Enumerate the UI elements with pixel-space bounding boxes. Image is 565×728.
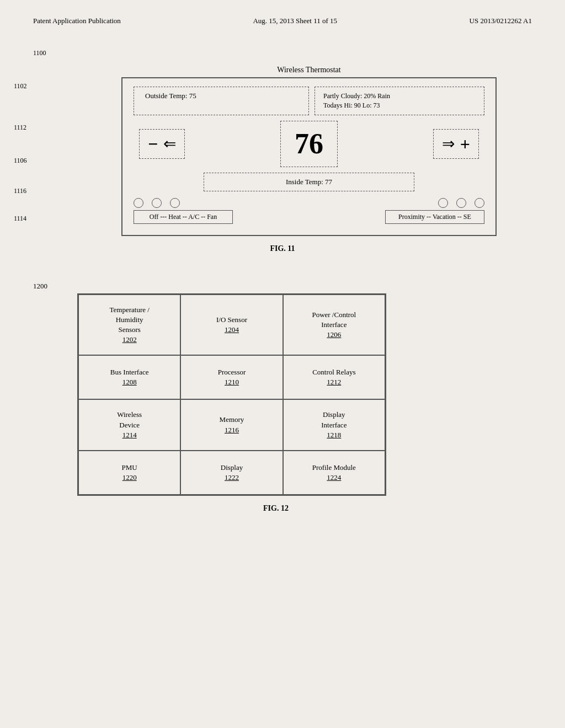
thermostat-diagram: Wireless Thermostat Outside Temp: 75 Par… — [121, 66, 497, 236]
cell-number-1214: 1214 — [122, 430, 137, 440]
minus-area: − ⇐ — [139, 129, 185, 159]
fig11-section: 1100 1102 1112 1106 1116 1114 1104 1108 … — [33, 47, 532, 253]
right-button-label: Proximity -- Vacation -- SE — [385, 210, 484, 224]
outside-temp-display: Outside Temp: 75 — [134, 87, 309, 115]
arrow-right: ⇒ — [442, 136, 455, 152]
arrow-left: ⇐ — [163, 136, 176, 152]
header-right: US 2013/0212262 A1 — [470, 17, 532, 25]
fig12-caption: FIG. 12 — [121, 504, 430, 513]
circle-heat — [152, 198, 162, 208]
ref-1112: 1112 — [14, 124, 26, 132]
left-button-label: Off --- Heat -- A/C -- Fan — [134, 210, 233, 224]
circle-off — [134, 198, 143, 208]
ref-1100: 1100 — [33, 49, 46, 57]
grid-cell-1214: WirelessDevice1214 — [78, 399, 180, 451]
circle-se — [475, 198, 484, 208]
circle-proximity — [438, 198, 448, 208]
thermostat-mid-row: − ⇐ 76 ⇒ + — [134, 121, 484, 167]
grid-cell-1218: DisplayInterface1218 — [283, 399, 385, 451]
grid-cell-1212: Control Relays1212 — [283, 355, 385, 399]
thermostat-box: Outside Temp: 75 Partly Cloudy: 20% Rain… — [121, 77, 497, 236]
grid-cell-1210: Processor1210 — [180, 355, 282, 399]
fig11-caption: FIG. 11 — [33, 244, 532, 253]
cell-number-1218: 1218 — [327, 430, 341, 440]
fig12-grid-wrapper: Temperature /HumiditySensors1202I/O Sens… — [77, 293, 532, 513]
grid-cell-1220: PMU1220 — [78, 451, 180, 495]
ref-1116: 1116 — [14, 187, 26, 195]
grid-cell-1222: Display1222 — [180, 451, 282, 495]
cell-number-1204: 1204 — [225, 325, 239, 335]
left-circles — [134, 198, 180, 208]
grid-cell-1224: Profile Module1224 — [283, 451, 385, 495]
thermostat-title: Wireless Thermostat — [121, 66, 497, 74]
cell-number-1224: 1224 — [327, 473, 341, 483]
plus-sign: + — [460, 135, 470, 153]
weather-display: Partly Cloudy: 20% Rain Todays Hi: 90 Lo… — [315, 87, 484, 115]
cell-number-1216: 1216 — [225, 425, 239, 435]
right-circles — [438, 198, 484, 208]
temp-display: 76 — [280, 121, 338, 167]
circle-ac — [170, 198, 180, 208]
cell-number-1206: 1206 — [327, 330, 341, 340]
grid-cell-1216: Memory1216 — [180, 399, 282, 451]
thermostat-top-row: Outside Temp: 75 Partly Cloudy: 20% Rain… — [134, 87, 484, 115]
grid-cell-1208: Bus Interface1208 — [78, 355, 180, 399]
left-controls: Off --- Heat -- A/C -- Fan — [134, 198, 233, 224]
inside-temp-display: Inside Temp: 77 — [204, 173, 414, 191]
cell-number-1208: 1208 — [122, 377, 137, 387]
grid-cell-1206: Power /ControlInterface1206 — [283, 295, 385, 356]
fig12-grid: Temperature /HumiditySensors1202I/O Sens… — [77, 293, 386, 496]
header-left: Patent Application Publication — [33, 17, 121, 25]
cell-number-1202: 1202 — [122, 335, 137, 345]
thermostat-bottom-row: Off --- Heat -- A/C -- Fan Proximity -- … — [134, 198, 484, 224]
ref-1200: 1200 — [33, 282, 47, 290]
cell-number-1210: 1210 — [225, 377, 239, 387]
fig12-section: 1200 Temperature /HumiditySensors1202I/O… — [33, 281, 532, 513]
grid-cell-1204: I/O Sensor1204 — [180, 295, 282, 356]
ref-1106: 1106 — [14, 157, 27, 165]
minus-sign: − — [148, 135, 158, 153]
cell-number-1212: 1212 — [327, 377, 341, 387]
right-controls: Proximity -- Vacation -- SE — [385, 198, 484, 224]
circle-vacation — [456, 198, 466, 208]
header-center: Aug. 15, 2013 Sheet 11 of 15 — [253, 17, 337, 25]
weather-line2: Todays Hi: 90 Lo: 73 — [323, 101, 380, 109]
ref-1114: 1114 — [14, 215, 26, 223]
page-header: Patent Application Publication Aug. 15, … — [33, 17, 532, 25]
ref-1102: 1102 — [14, 82, 27, 90]
cell-number-1220: 1220 — [122, 473, 137, 483]
plus-area: ⇒ + — [433, 129, 479, 159]
cell-number-1222: 1222 — [225, 473, 239, 483]
grid-cell-1202: Temperature /HumiditySensors1202 — [78, 295, 180, 356]
weather-line1: Partly Cloudy: 20% Rain — [323, 92, 390, 100]
